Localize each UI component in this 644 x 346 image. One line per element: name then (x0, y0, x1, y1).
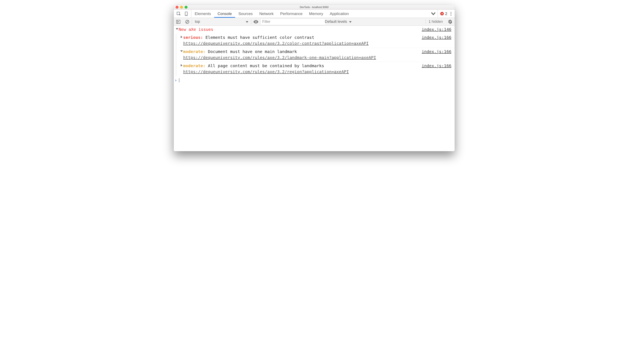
tab-performance[interactable]: Performance (277, 10, 306, 18)
devtools-window: DevTools - localhost:3000/ ElementsConso… (174, 5, 455, 151)
tab-console[interactable]: Console (214, 10, 235, 18)
source-link[interactable]: index.js:166 (422, 49, 455, 61)
console-group-header[interactable]: New aXe issues index.js:146 (174, 26, 455, 34)
tab-memory[interactable]: Memory (306, 10, 326, 18)
tabbar-right: ✕ 2 (438, 10, 455, 18)
svg-marker-5 (178, 21, 179, 23)
severity-label: serious: (183, 35, 203, 40)
disclosure-triangle-icon[interactable] (176, 28, 178, 30)
execution-context-selector[interactable]: top (192, 18, 251, 26)
disclosure-triangle-icon[interactable] (180, 50, 183, 52)
inspect-element-icon[interactable] (176, 12, 181, 16)
console-toolbar: top Default levels 1 hidden (174, 18, 455, 26)
issue-link[interactable]: https://dequeuniversity.com/rules/axe/3.… (183, 69, 422, 75)
console-entry[interactable]: moderate: Document must have one main la… (178, 48, 455, 62)
live-expression-button[interactable] (251, 20, 260, 24)
tab-elements[interactable]: Elements (192, 10, 214, 18)
tab-network[interactable]: Network (256, 10, 277, 18)
panel-tabbar: ElementsConsoleSourcesNetworkPerformance… (174, 10, 455, 18)
console-output: New aXe issues index.js:146 serious: Ele… (174, 26, 455, 151)
overflow-tabs-button[interactable] (429, 10, 438, 18)
issue-text: Elements must have sufficient color cont… (205, 35, 314, 40)
source-link[interactable]: index.js:166 (422, 35, 455, 47)
titlebar: DevTools - localhost:3000/ (174, 5, 455, 10)
disclosure-triangle-icon[interactable] (181, 64, 182, 67)
issue-link[interactable]: https://dequeuniversity.com/rules/axe/3.… (183, 55, 422, 61)
source-link[interactable]: index.js:146 (422, 27, 455, 33)
severity-label: moderate: (183, 63, 205, 68)
console-prompt[interactable]: › (174, 76, 455, 83)
device-toggle-icon[interactable] (184, 12, 189, 16)
error-icon: ✕ (440, 12, 444, 16)
console-filter (260, 19, 322, 25)
chevron-down-icon (246, 21, 248, 23)
show-console-sidebar-button[interactable] (174, 18, 183, 26)
console-error-summary[interactable]: ✕ 2 (440, 12, 447, 16)
console-filter-input[interactable] (260, 19, 326, 25)
error-count: 2 (445, 12, 447, 16)
issue-link[interactable]: https://dequeuniversity.com/rules/axe/3.… (183, 41, 422, 47)
console-entry[interactable]: moderate: All page content must be conta… (178, 62, 455, 76)
log-level-selector[interactable]: Default levels (322, 20, 354, 24)
issue-text: All page content must be contained by la… (208, 63, 324, 68)
execution-context-label: top (195, 20, 200, 24)
inspect-tools (174, 10, 192, 18)
chevron-down-icon (349, 21, 352, 23)
svg-point-8 (255, 21, 256, 22)
source-link[interactable]: index.js:166 (422, 63, 455, 75)
more-options-button[interactable] (450, 11, 452, 17)
tab-application[interactable]: Application (326, 10, 352, 18)
severity-label: moderate: (183, 49, 205, 54)
prompt-chevron-icon: › (174, 77, 177, 83)
console-group-body: serious: Elements must have sufficient c… (174, 34, 455, 76)
tab-sources[interactable]: Sources (235, 10, 256, 18)
console-settings-button[interactable] (446, 20, 455, 24)
hidden-count[interactable]: 1 hidden (426, 20, 446, 24)
console-entry[interactable]: serious: Elements must have sufficient c… (178, 34, 455, 48)
log-level-label: Default levels (325, 20, 347, 24)
svg-line-7 (186, 21, 188, 23)
window-title: DevTools - localhost:3000/ (174, 6, 455, 9)
input-caret (179, 78, 179, 82)
disclosure-triangle-icon[interactable] (181, 36, 182, 38)
group-title: New aXe issues (179, 27, 422, 33)
issue-text: Document must have one main landmark (208, 49, 297, 54)
clear-console-button[interactable] (183, 18, 192, 26)
